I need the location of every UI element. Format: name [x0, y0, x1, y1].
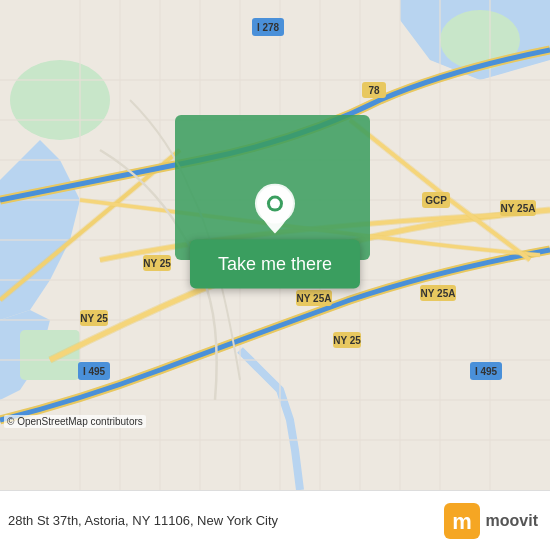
take-me-there-button[interactable]: Take me there [190, 240, 360, 289]
address-text: 28th St 37th, Astoria, NY 11106, New Yor… [8, 513, 444, 528]
svg-point-4 [10, 60, 110, 140]
moovit-logo: m moovit [444, 503, 538, 539]
svg-rect-6 [20, 330, 80, 380]
svg-text:NY 25: NY 25 [80, 313, 108, 324]
cta-button-container: Take me there [190, 180, 360, 289]
map-pin-icon [245, 180, 305, 240]
osm-credit: © OpenStreetMap contributors [4, 415, 146, 428]
svg-text:NY 25A: NY 25A [501, 203, 536, 214]
svg-text:m: m [452, 509, 472, 534]
moovit-text: moovit [486, 512, 538, 530]
svg-text:NY 25: NY 25 [143, 258, 171, 269]
footer: 28th St 37th, Astoria, NY 11106, New Yor… [0, 490, 550, 550]
svg-text:I 495: I 495 [475, 366, 498, 377]
svg-text:78: 78 [368, 85, 380, 96]
map-container: I 278 I 495 I 495 NY 25 NY 25 NY 25 NY 2… [0, 0, 550, 490]
svg-text:I 495: I 495 [83, 366, 106, 377]
svg-text:I 278: I 278 [257, 22, 280, 33]
svg-text:NY 25A: NY 25A [421, 288, 456, 299]
svg-text:NY 25A: NY 25A [297, 293, 332, 304]
svg-text:GCP: GCP [425, 195, 447, 206]
svg-point-55 [270, 199, 280, 209]
svg-text:NY 25: NY 25 [333, 335, 361, 346]
